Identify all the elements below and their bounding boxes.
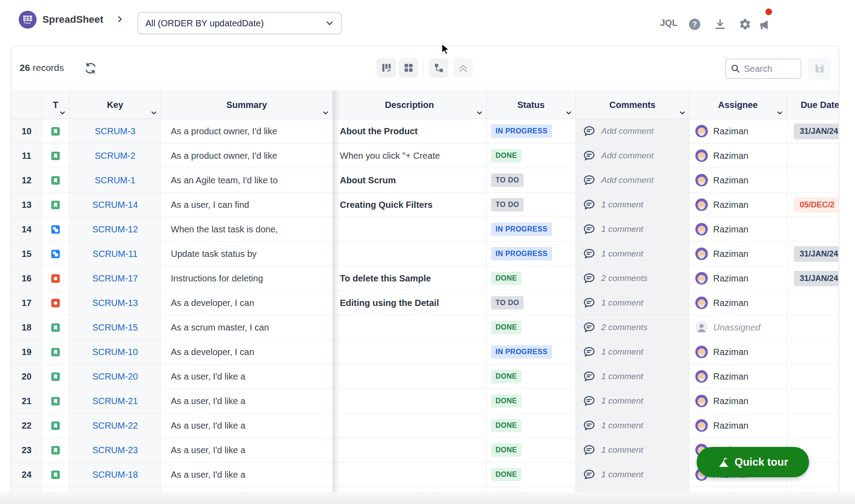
key-cell[interactable]: SCRUM-22 bbox=[70, 413, 161, 438]
status-cell[interactable]: DONE bbox=[487, 438, 576, 462]
due-date-cell[interactable] bbox=[787, 168, 839, 192]
column-header-summary[interactable]: Summary bbox=[161, 91, 333, 119]
description-cell[interactable]: About the Product bbox=[333, 119, 487, 143]
hierarchy-view-button[interactable] bbox=[429, 58, 449, 78]
column-header-due-date[interactable]: Due Date bbox=[787, 91, 839, 119]
type-cell[interactable] bbox=[42, 291, 70, 315]
summary-cell[interactable]: When the last task is done, bbox=[161, 217, 333, 241]
comments-cell[interactable]: 1 comment bbox=[576, 463, 690, 487]
comments-cell[interactable]: 1 comment bbox=[576, 487, 690, 492]
status-badge[interactable]: IN PROGRESS bbox=[491, 223, 552, 236]
summary-cell[interactable]: As a user, I'd like a bbox=[161, 438, 333, 462]
summary-cell[interactable]: As a developer, I can bbox=[161, 291, 333, 315]
summary-cell[interactable]: Update task status by bbox=[161, 242, 333, 266]
issue-key-link[interactable]: SCRUM-21 bbox=[92, 396, 138, 406]
comments-cell[interactable]: 2 comments bbox=[576, 315, 690, 339]
assignee-cell[interactable]: Raziman bbox=[690, 413, 787, 438]
key-cell[interactable]: SCRUM-17 bbox=[70, 266, 161, 290]
status-badge[interactable]: DONE bbox=[491, 468, 521, 481]
description-cell[interactable] bbox=[333, 364, 487, 388]
status-cell[interactable]: DONE bbox=[487, 487, 576, 492]
type-cell[interactable] bbox=[42, 364, 70, 388]
key-cell[interactable]: SCRUM-13 bbox=[70, 291, 161, 315]
status-cell[interactable]: DONE bbox=[487, 266, 576, 290]
chevron-down-icon[interactable] bbox=[476, 110, 483, 116]
status-cell[interactable]: DONE bbox=[487, 315, 576, 339]
key-cell[interactable]: SCRUM-3 bbox=[70, 119, 161, 143]
key-cell[interactable]: SCRUM-14 bbox=[70, 193, 161, 217]
due-date-cell[interactable] bbox=[787, 340, 839, 364]
description-cell[interactable] bbox=[333, 315, 487, 339]
type-cell[interactable] bbox=[42, 193, 70, 217]
issue-key-link[interactable]: SCRUM-2 bbox=[95, 151, 135, 161]
comments-cell[interactable]: 1 comment bbox=[576, 438, 690, 462]
description-cell[interactable] bbox=[333, 463, 487, 487]
gear-icon[interactable] bbox=[739, 18, 752, 31]
collapse-all-button[interactable] bbox=[453, 58, 473, 78]
status-badge[interactable]: DONE bbox=[491, 394, 521, 408]
description-cell[interactable] bbox=[333, 242, 487, 266]
description-cell[interactable]: Creating Quick Filters bbox=[333, 193, 487, 217]
key-cell[interactable]: SCRUM-19 bbox=[70, 487, 161, 492]
status-badge[interactable]: TO DO bbox=[491, 296, 524, 310]
summary-cell[interactable]: As a product owner, I'd like bbox=[161, 119, 333, 143]
summary-cell[interactable]: As a user, I'd like a bbox=[161, 389, 333, 413]
type-cell[interactable] bbox=[42, 242, 70, 266]
status-cell[interactable]: DONE bbox=[487, 463, 576, 487]
type-cell[interactable] bbox=[42, 119, 70, 143]
status-cell[interactable]: IN PROGRESS bbox=[487, 340, 576, 364]
description-cell[interactable] bbox=[333, 413, 487, 438]
issue-key-link[interactable]: SCRUM-13 bbox=[92, 298, 138, 308]
assignee-cell[interactable]: Raziman bbox=[690, 266, 787, 290]
issue-key-link[interactable]: SCRUM-18 bbox=[92, 470, 138, 480]
chevron-down-icon[interactable] bbox=[679, 110, 686, 116]
comments-cell[interactable]: Add comment bbox=[576, 119, 690, 143]
status-badge[interactable]: TO DO bbox=[491, 198, 524, 211]
quick-tour-button[interactable]: Quick tour bbox=[697, 447, 809, 477]
refresh-icon[interactable] bbox=[84, 62, 98, 76]
key-cell[interactable]: SCRUM-2 bbox=[70, 144, 161, 168]
comments-cell[interactable]: Add comment bbox=[576, 168, 690, 192]
due-date-cell[interactable] bbox=[787, 315, 839, 339]
issue-key-link[interactable]: SCRUM-22 bbox=[92, 421, 138, 431]
summary-cell[interactable]: Instructions for deleting bbox=[161, 266, 333, 290]
issue-key-link[interactable]: SCRUM-14 bbox=[92, 200, 138, 210]
chevron-down-icon[interactable] bbox=[566, 110, 572, 116]
column-header-description[interactable]: Description bbox=[333, 91, 487, 119]
status-cell[interactable]: IN PROGRESS bbox=[487, 119, 576, 143]
due-date-cell[interactable] bbox=[787, 217, 839, 241]
due-date-cell[interactable]: 05/DEC/2 bbox=[787, 193, 839, 217]
status-badge[interactable]: IN PROGRESS bbox=[491, 345, 552, 359]
type-cell[interactable] bbox=[42, 389, 70, 413]
key-cell[interactable]: SCRUM-11 bbox=[70, 242, 161, 266]
issue-key-link[interactable]: SCRUM-23 bbox=[92, 445, 138, 455]
summary-cell[interactable]: As a user, I'd like a bbox=[161, 463, 333, 487]
comments-cell[interactable]: 1 comment bbox=[576, 364, 690, 388]
description-cell[interactable] bbox=[333, 217, 487, 241]
column-header-t[interactable]: T bbox=[42, 91, 70, 119]
type-cell[interactable] bbox=[42, 144, 70, 168]
issue-key-link[interactable]: SCRUM-1 bbox=[95, 175, 135, 186]
due-date-cell[interactable] bbox=[787, 413, 839, 438]
status-cell[interactable]: IN PROGRESS bbox=[487, 217, 576, 241]
comments-cell[interactable]: 1 comment bbox=[576, 340, 690, 364]
due-date-cell[interactable]: 31/JAN/24 bbox=[787, 119, 839, 143]
type-cell[interactable] bbox=[42, 168, 70, 192]
assignee-cell[interactable]: Raziman bbox=[690, 119, 787, 143]
summary-cell[interactable]: As a user, I'd like a bbox=[161, 487, 333, 492]
summary-cell[interactable]: As a scrum master, I can bbox=[161, 315, 333, 339]
issue-key-link[interactable]: SCRUM-11 bbox=[93, 249, 138, 259]
status-badge[interactable]: IN PROGRESS bbox=[491, 247, 552, 260]
assignee-cell[interactable]: Raziman bbox=[690, 291, 787, 315]
key-cell[interactable]: SCRUM-12 bbox=[70, 217, 161, 241]
assignee-cell[interactable]: Raziman bbox=[690, 193, 787, 217]
comments-cell[interactable]: 2 comments bbox=[576, 266, 690, 290]
status-cell[interactable]: DONE bbox=[487, 364, 576, 388]
type-cell[interactable] bbox=[42, 266, 70, 290]
assignee-cell[interactable]: Unassigned bbox=[690, 315, 787, 339]
type-cell[interactable] bbox=[42, 340, 70, 364]
due-date-cell[interactable] bbox=[787, 364, 839, 388]
type-cell[interactable] bbox=[42, 413, 70, 438]
key-cell[interactable]: SCRUM-18 bbox=[70, 463, 161, 487]
assignee-cell[interactable]: Raziman bbox=[690, 168, 787, 192]
